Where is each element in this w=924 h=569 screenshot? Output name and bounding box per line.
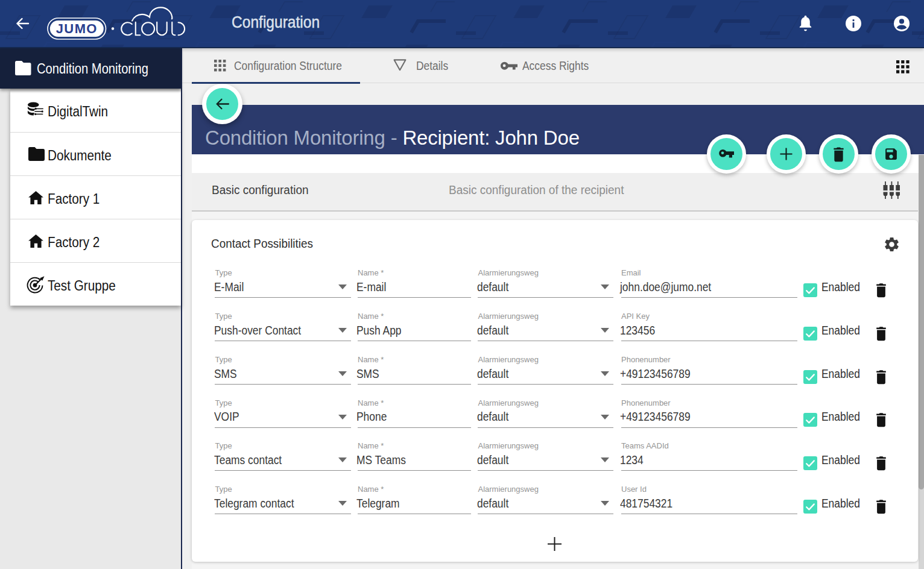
svg-text:JUMO: JUMO	[56, 21, 98, 36]
